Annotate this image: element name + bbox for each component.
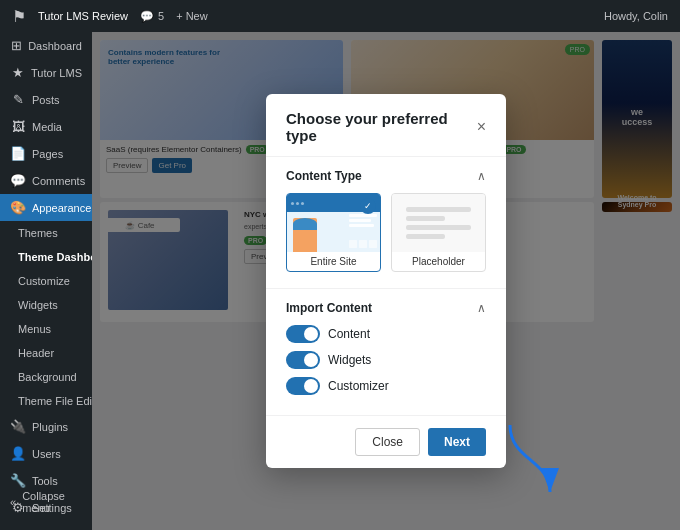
- content-type-section: Content Type ∧: [266, 157, 506, 288]
- content-type-grid: ✓ Entire Site: [286, 193, 486, 272]
- sidebar-item-theme-file-editor[interactable]: Theme File Editor: [0, 389, 92, 413]
- content-type-chevron: ∧: [477, 169, 486, 183]
- modal-title: Choose your preferred type: [286, 110, 477, 144]
- admin-bar: ⚑ Tutor LMS Review 💬 5 + New Howdy, Coli…: [0, 0, 680, 32]
- placeholder-label: Placeholder: [392, 252, 485, 271]
- placeholder-line-4: [406, 234, 445, 239]
- content-toggle-label: Content: [328, 327, 370, 341]
- placeholder-line-1: [406, 207, 471, 212]
- entire-site-preview: ✓: [287, 194, 380, 252]
- appearance-icon: 🎨: [10, 200, 26, 215]
- sidebar-item-header[interactable]: Header: [0, 341, 92, 365]
- modal-footer: Close Next: [266, 415, 506, 468]
- widgets-toggle[interactable]: [286, 351, 320, 369]
- pages-icon: 📄: [10, 146, 26, 161]
- entire-site-card[interactable]: ✓ Entire Site: [286, 193, 381, 272]
- close-button[interactable]: Close: [355, 428, 420, 456]
- sidebar-item-tutor-lms[interactable]: ★ Tutor LMS: [0, 59, 92, 86]
- sidebar-item-menus[interactable]: Menus: [0, 317, 92, 341]
- sidebar-item-customize[interactable]: Customize: [0, 269, 92, 293]
- sidebar: ⊞ Dashboard ★ Tutor LMS ✎ Posts 🖼 Media …: [0, 32, 92, 530]
- widgets-toggle-row: Widgets: [286, 351, 486, 369]
- content-toggle[interactable]: [286, 325, 320, 343]
- modal-close-button[interactable]: ×: [477, 119, 486, 135]
- modal-dialog: Choose your preferred type × Content Typ…: [266, 94, 506, 468]
- content-toggle-knob: [304, 327, 318, 341]
- sidebar-item-posts[interactable]: ✎ Posts: [0, 86, 92, 113]
- entire-site-label: Entire Site: [287, 252, 380, 271]
- admin-site-label[interactable]: Tutor LMS Review: [38, 10, 128, 22]
- sidebar-collapse[interactable]: « Collapse menu: [0, 484, 92, 520]
- sidebar-item-appearance[interactable]: 🎨 Appearance: [0, 194, 92, 221]
- modal-overlay: Choose your preferred type × Content Typ…: [92, 32, 680, 530]
- sidebar-item-comments[interactable]: 💬 Comments: [0, 167, 92, 194]
- blue-arrow-annotation: [500, 420, 560, 500]
- admin-greeting: Howdy, Colin: [604, 10, 668, 22]
- widgets-toggle-knob: [304, 353, 318, 367]
- customizer-toggle-row: Customizer: [286, 377, 486, 395]
- sidebar-item-users[interactable]: 👤 Users: [0, 440, 92, 467]
- sidebar-item-dashboard[interactable]: ⊞ Dashboard: [0, 32, 92, 59]
- sidebar-item-background[interactable]: Background: [0, 365, 92, 389]
- main-content: Contains modern features forbetter exper…: [92, 32, 680, 530]
- widgets-toggle-label: Widgets: [328, 353, 371, 367]
- customizer-toggle-label: Customizer: [328, 379, 389, 393]
- content-toggle-row: Content: [286, 325, 486, 343]
- import-content-section: Import Content ∧ Content Widgets: [266, 289, 506, 415]
- admin-new[interactable]: + New: [176, 10, 208, 22]
- wp-logo: ⚑: [12, 7, 26, 26]
- placeholder-lines: [406, 207, 471, 239]
- next-button[interactable]: Next: [428, 428, 486, 456]
- placeholder-preview: [392, 194, 485, 252]
- placeholder-line-2: [406, 216, 445, 221]
- sidebar-item-widgets[interactable]: Widgets: [0, 293, 92, 317]
- posts-icon: ✎: [10, 92, 26, 107]
- collapse-icon: «: [10, 496, 16, 508]
- placeholder-line-3: [406, 225, 471, 230]
- dashboard-icon: ⊞: [10, 38, 22, 53]
- plugins-icon: 🔌: [10, 419, 26, 434]
- content-type-header: Content Type ∧: [286, 169, 486, 183]
- import-content-label: Import Content: [286, 301, 372, 315]
- import-content-chevron: ∧: [477, 301, 486, 315]
- placeholder-card[interactable]: Placeholder: [391, 193, 486, 272]
- modal-header: Choose your preferred type ×: [266, 94, 506, 157]
- sidebar-item-theme-dashboard[interactable]: Theme Dashboard: [0, 245, 92, 269]
- selected-checkmark: ✓: [360, 198, 376, 214]
- sidebar-item-media[interactable]: 🖼 Media: [0, 113, 92, 140]
- customizer-toggle-knob: [304, 379, 318, 393]
- users-icon: 👤: [10, 446, 26, 461]
- comments-icon: 💬: [10, 173, 26, 188]
- tutor-icon: ★: [10, 65, 25, 80]
- content-type-label: Content Type: [286, 169, 362, 183]
- import-content-header: Import Content ∧: [286, 301, 486, 315]
- media-icon: 🖼: [10, 119, 26, 134]
- customizer-toggle[interactable]: [286, 377, 320, 395]
- sidebar-item-themes[interactable]: Themes: [0, 221, 92, 245]
- sidebar-item-plugins[interactable]: 🔌 Plugins: [0, 413, 92, 440]
- sidebar-item-pages[interactable]: 📄 Pages: [0, 140, 92, 167]
- admin-comments[interactable]: 💬 5: [140, 10, 164, 23]
